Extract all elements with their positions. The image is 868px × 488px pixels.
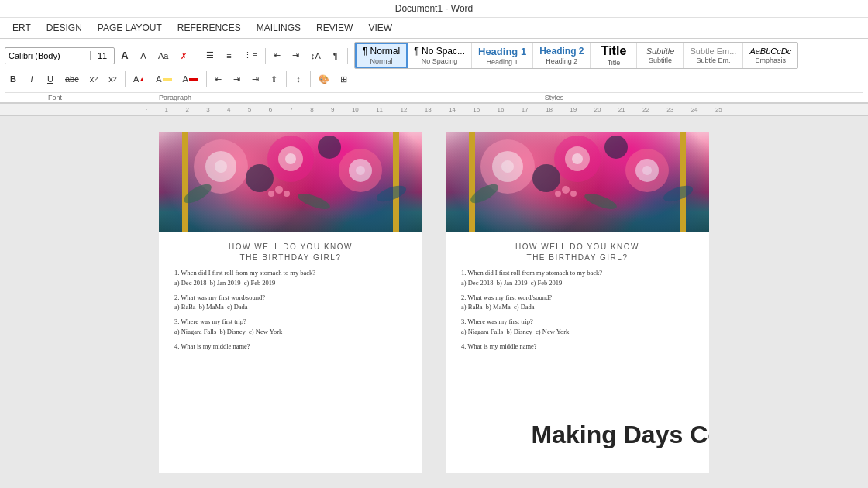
menu-mailings[interactable]: MAILINGS [250,19,307,36]
style-subtitle[interactable]: Subtitle Subtitle [637,43,684,68]
style-emphasis[interactable]: AaBbCcDc Emphasis [743,43,797,68]
style-h1-preview: Heading 1 [478,46,526,57]
svg-point-16 [284,191,290,197]
font-increase-btn[interactable]: A [116,47,133,64]
style-normal-preview: ¶ Normal [363,46,400,57]
svg-point-27 [532,164,560,192]
show-formatting-btn[interactable]: ¶ [327,47,344,64]
style-emph-label: Emphasis [756,57,787,64]
sep3 [347,48,348,64]
svg-point-28 [604,136,628,159]
styles-section: ¶ Normal Normal ¶ No Spac... No Spacing … [354,42,798,69]
ruler-content: ·12 345 678 91011 121314 151617 181920 2… [6,106,862,113]
subscript-btn[interactable]: x2 [85,70,103,88]
svg-point-9 [356,166,365,175]
style-h1-label: Heading 1 [487,58,518,66]
quiz-q1-2: 1. When did I first roll from my stomach… [461,268,694,288]
shading-btn[interactable]: 🎨 [314,70,334,88]
sep2 [265,48,266,64]
app-title: Document1 - Word [395,3,473,14]
quiz-content-1: HOW WELL DO YOU KNOWTHE BIRTHDAY GIRL? 1… [159,232,422,365]
floral-header-1 [159,132,422,232]
font-decrease-btn[interactable]: A [135,47,152,64]
font-name-input[interactable]: Calibri (Body) [5,51,91,60]
decrease-indent-btn[interactable]: ⇤ [269,47,286,64]
svg-text:✗: ✗ [181,52,187,60]
font-selector[interactable]: Calibri (Body) 11 [5,47,115,64]
svg-point-15 [275,186,283,194]
strikethrough-btn[interactable]: abc [60,70,84,88]
quiz-q1-1: 1. When did I first roll from my stomach… [174,268,407,288]
quiz-q2-1: 2. What was my first word/sound? a) BaBa… [174,293,407,313]
menu-page-layout[interactable]: PAGE LAYOUT [91,19,168,36]
align-right-btn[interactable]: ⇥ [247,70,264,88]
paragraph-section-label: Paragraph [105,93,245,102]
font-color-btn[interactable]: A [178,70,203,88]
line-spacing-btn[interactable]: ↕ [290,70,307,88]
sep5 [206,71,207,87]
sep6 [286,71,287,87]
bold-btn[interactable]: B [5,70,22,88]
font-section-label: Font [5,93,105,102]
text-effects-btn[interactable]: A▲ [129,70,150,88]
sep7 [310,71,311,87]
style-heading2[interactable]: Heading 2 Heading 2 [533,43,591,68]
style-normal[interactable]: ¶ Normal Normal [355,43,408,68]
quiz-q3-1: 3. Where was my first trip? a) Niagara F… [174,317,407,337]
align-left-btn[interactable]: ⇤ [210,70,227,88]
multilevel-btn[interactable]: ⋮≡ [239,47,261,64]
italic-btn[interactable]: I [23,70,40,88]
style-title[interactable]: Title Title [591,43,637,68]
menu-references[interactable]: REFERENCES [171,19,247,36]
ribbon-sections: Font Paragraph Styles [5,92,863,102]
superscript-btn[interactable]: x2 [104,70,122,88]
title-bar: Document1 - Word [0,0,868,18]
numbering-btn[interactable]: ≡ [220,47,237,64]
menu-view[interactable]: VIEW [362,19,398,36]
highlight-btn[interactable]: A [151,70,176,88]
style-no-spacing[interactable]: ¶ No Spac... No Spacing [408,43,472,68]
watermark-text: Making Days Count [532,421,709,449]
svg-point-34 [555,191,561,197]
svg-point-31 [661,183,694,205]
underline-btn[interactable]: U [42,70,59,88]
style-normal-label: Normal [370,57,392,65]
svg-point-14 [374,183,408,205]
quiz-content-2: HOW WELL DO YOU KNOWTHE BIRTHDAY GIRL? 1… [446,232,709,365]
toolbar-row1: Calibri (Body) 11 A A Aa ✗ ☰ ≡ ⋮≡ ⇤ ⇥ ↕A… [5,42,863,69]
style-subtle-label: Subtle Em. [696,57,730,64]
svg-point-6 [285,153,296,164]
style-heading1[interactable]: Heading 1 Heading 1 [472,43,533,68]
svg-point-32 [562,186,570,194]
menu-design[interactable]: DESIGN [40,19,88,36]
style-subtitle-label: Subtitle [649,57,672,64]
font-size-input[interactable]: 11 [91,51,114,60]
align-center-btn[interactable]: ⇥ [229,70,246,88]
menu-ert[interactable]: ERT [6,19,37,36]
menu-review[interactable]: REVIEW [310,19,359,36]
style-h2-preview: Heading 2 [539,46,584,57]
doc-page-1: HOW WELL DO YOU KNOWTHE BIRTHDAY GIRL? 1… [159,132,422,473]
svg-point-30 [583,191,618,212]
menu-bar: ERT DESIGN PAGE LAYOUT REFERENCES MAILIN… [0,18,868,39]
clear-formatting-btn[interactable]: ✗ [174,47,195,64]
sep4 [125,71,126,87]
justify-btn[interactable]: ⇧ [266,70,283,88]
doc-area: HOW WELL DO YOU KNOWTHE BIRTHDAY GIRL? 1… [0,116,868,488]
borders-btn[interactable]: ⊞ [336,70,353,88]
svg-point-11 [318,136,341,159]
style-subtle-em[interactable]: Subtle Em... Subtle Em. [684,43,743,68]
quiz-q4-2: 4. What is my middle name? [461,342,694,352]
increase-indent-btn[interactable]: ⇥ [288,47,305,64]
svg-point-10 [246,164,274,192]
quiz-q3-2: 3. Where was my first trip? a) Niagara F… [461,317,694,337]
bullets-btn[interactable]: ☰ [202,47,219,64]
style-title-label: Title [608,59,621,67]
sort-btn[interactable]: ↕A [306,47,326,64]
quiz-title-1: HOW WELL DO YOU KNOWTHE BIRTHDAY GIRL? [174,242,407,263]
sep1 [198,48,198,64]
svg-point-23 [572,153,583,164]
change-case-btn[interactable]: Aa [153,47,173,64]
svg-point-20 [501,160,514,173]
ribbon: Calibri (Body) 11 A A Aa ✗ ☰ ≡ ⋮≡ ⇤ ⇥ ↕A… [0,39,868,104]
